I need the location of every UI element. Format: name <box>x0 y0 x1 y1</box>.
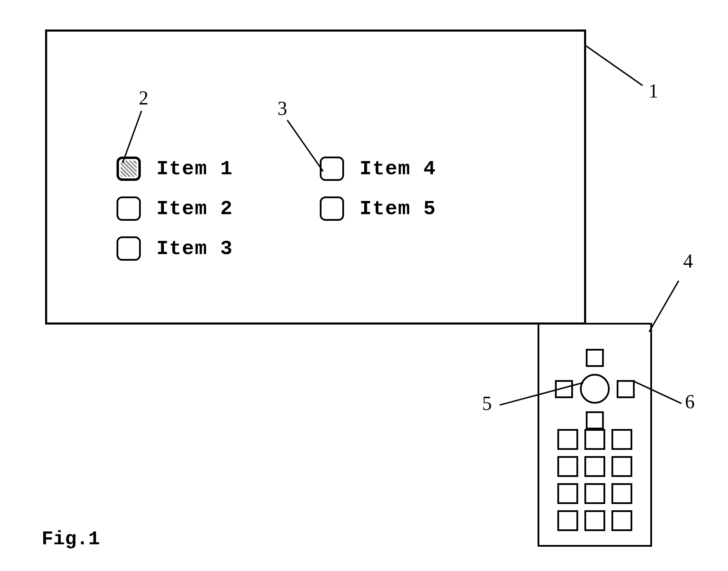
menu-label: Item 5 <box>360 198 436 220</box>
keypad-button[interactable] <box>584 456 605 477</box>
remote-keypad <box>557 429 632 531</box>
figure-label: Fig.1 <box>42 528 100 550</box>
keypad-button[interactable] <box>557 483 578 504</box>
callout-5: 5 <box>482 392 492 414</box>
menu-col-1: Item 1 Item 2 Item 3 <box>117 157 233 261</box>
menu-col-2: Item 4 Item 5 <box>320 157 436 261</box>
callout-6: 6 <box>685 391 695 413</box>
checkbox[interactable] <box>117 236 141 261</box>
keypad-button[interactable] <box>557 456 578 477</box>
remote-control <box>538 323 652 547</box>
keypad-button[interactable] <box>584 429 605 450</box>
checkbox[interactable] <box>117 196 141 221</box>
menu-row: Item 3 <box>117 236 233 261</box>
checkbox-selected[interactable] <box>117 157 141 181</box>
callout-3: 3 <box>277 97 287 119</box>
dpad-up-button[interactable] <box>586 349 604 367</box>
menu-label: Item 3 <box>156 237 233 260</box>
keypad-button[interactable] <box>611 456 632 477</box>
menu-label: Item 2 <box>156 198 233 220</box>
keypad-button[interactable] <box>584 510 605 531</box>
checkbox[interactable] <box>320 157 344 181</box>
keypad-button[interactable] <box>611 429 632 450</box>
menu-row: Item 4 <box>320 157 436 181</box>
callout-2: 2 <box>139 87 148 109</box>
dpad-down-button[interactable] <box>586 411 604 429</box>
keypad-button[interactable] <box>611 483 632 504</box>
keypad-button[interactable] <box>584 483 605 504</box>
menu-label: Item 4 <box>360 158 436 180</box>
display-screen: Item 1 Item 2 Item 3 Item 4 It <box>45 30 586 325</box>
keypad-button[interactable] <box>557 510 578 531</box>
menu-row: Item 2 <box>117 196 233 221</box>
menu-label: Item 1 <box>156 158 233 180</box>
figure-stage: Item 1 Item 2 Item 3 Item 4 It <box>0 0 728 571</box>
menu: Item 1 Item 2 Item 3 Item 4 It <box>117 157 436 261</box>
keypad-button[interactable] <box>557 429 578 450</box>
menu-row: Item 5 <box>320 196 436 221</box>
callout-1-leader <box>585 45 643 86</box>
keypad-button[interactable] <box>611 510 632 531</box>
callout-1: 1 <box>649 80 658 102</box>
checkbox[interactable] <box>320 196 344 221</box>
dpad-right-button[interactable] <box>617 380 635 398</box>
callout-4: 4 <box>683 250 693 272</box>
callout-4-leader <box>649 280 679 332</box>
ok-button[interactable] <box>580 374 610 404</box>
menu-row: Item 1 <box>117 157 233 181</box>
